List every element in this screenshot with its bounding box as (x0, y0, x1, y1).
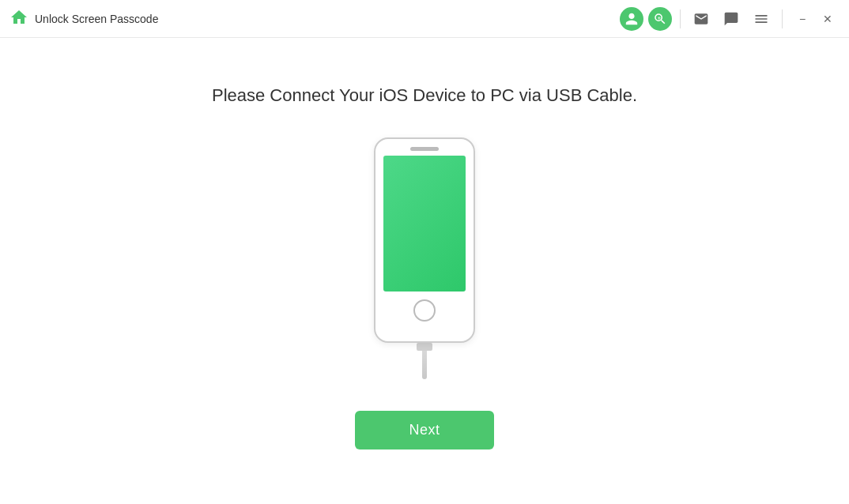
chat-icon[interactable] (719, 6, 744, 32)
menu-icon[interactable] (749, 6, 774, 32)
usb-cable (417, 343, 432, 379)
phone-illustration (374, 137, 475, 379)
cable-connector (417, 343, 432, 351)
toolbar-divider2 (782, 9, 783, 28)
phone-home-button (413, 299, 436, 322)
toolbar-divider (680, 9, 681, 28)
titlebar: Unlock Screen Passcode (0, 0, 849, 38)
window-controls: − ✕ (791, 7, 840, 31)
profile-icon[interactable] (620, 7, 643, 31)
phone-body (374, 137, 475, 343)
phone-screen (383, 156, 466, 291)
home-icon[interactable] (9, 8, 28, 30)
mail-icon[interactable] (689, 6, 714, 32)
instruction-text: Please Connect Your iOS Device to PC via… (212, 85, 637, 106)
music-search-icon[interactable] (648, 7, 672, 31)
next-button[interactable]: Next (355, 411, 493, 449)
minimize-button[interactable]: − (791, 7, 814, 31)
close-button[interactable]: ✕ (816, 7, 840, 31)
titlebar-left: Unlock Screen Passcode (9, 8, 158, 30)
titlebar-title: Unlock Screen Passcode (35, 13, 158, 25)
cable-line (422, 351, 427, 379)
phone-speaker (410, 147, 439, 151)
titlebar-right: − ✕ (620, 6, 840, 32)
main-content: Please Connect Your iOS Device to PC via… (0, 38, 849, 504)
